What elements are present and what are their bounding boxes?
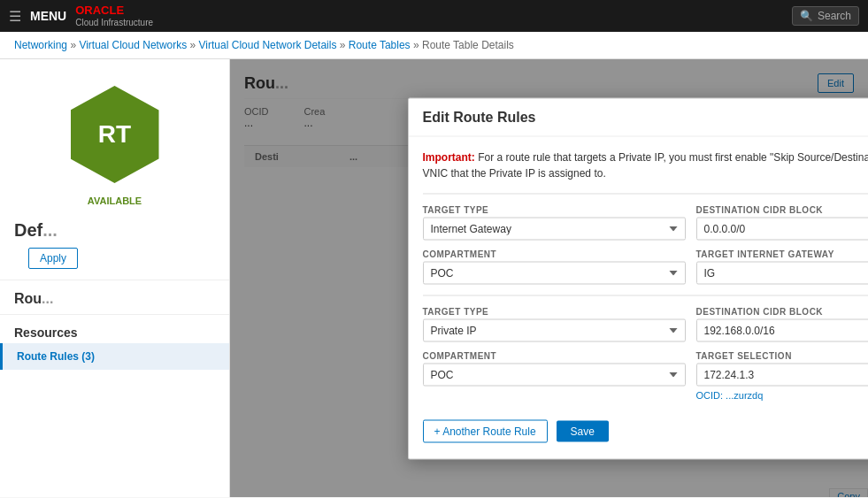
modal-title: Edit Route Rules [423, 109, 536, 125]
rule2-target-selection-label: TARGET SELECTION [696, 350, 869, 360]
route-rule-1: TARGET TYPE Internet Gateway Private IP … [423, 193, 869, 284]
breadcrumb-current: Route Table Details [422, 39, 514, 51]
modal-actions: + Another Route Rule Save [423, 410, 869, 446]
rule2-compartment-group: COMPARTMENT POC [423, 350, 686, 400]
hexagon-shape: RT [71, 86, 159, 183]
rule1-row2: COMPARTMENT POC TARGET INTERNET GATEWAY … [423, 249, 869, 284]
rule1-destination-group: DESTINATION CIDR BLOCK ✕ [696, 204, 869, 240]
breadcrumb-vcn[interactable]: Virtual Cloud Networks [79, 39, 187, 51]
rule2-row1: TARGET TYPE Internet Gateway Private IP … [423, 306, 869, 341]
rule2-destination-group: DESTINATION CIDR BLOCK ✕ [696, 306, 869, 341]
rule1-compartment-select[interactable]: POC [423, 261, 686, 284]
rule2-target-type-select[interactable]: Internet Gateway Private IP DRG LPG [423, 318, 686, 341]
apply-button[interactable]: Apply [28, 248, 78, 269]
rule2-ocid-text: OCID: ...zurzdq [696, 389, 869, 400]
breadcrumb-networking[interactable]: Networking [14, 39, 67, 51]
rule2-destination-input[interactable] [696, 318, 869, 341]
rule2-target-selection-group: TARGET SELECTION OCID: ...zurzdq [696, 350, 869, 400]
top-navbar: ☰ MENU ORACLE Cloud Infrastructure 🔍 Sea… [0, 0, 868, 32]
modal-header: Edit Route Rules help cancel [409, 98, 869, 136]
search-icon: 🔍 [800, 10, 813, 22]
rule1-compartment-group: COMPARTMENT POC [423, 249, 686, 284]
add-rule-button[interactable]: + Another Route Rule [423, 419, 548, 442]
resources-label: Resources [0, 318, 229, 343]
rule2-target-type-group: TARGET TYPE Internet Gateway Private IP … [423, 306, 686, 341]
hamburger-icon[interactable]: ☰ [9, 8, 21, 25]
rule2-destination-label: DESTINATION CIDR BLOCK [696, 306, 869, 316]
rule1-target-type-label: TARGET TYPE [423, 204, 686, 214]
rule1-row1: TARGET TYPE Internet Gateway Private IP … [423, 204, 869, 240]
oracle-logo: ORACLE Cloud Infrastructure [75, 4, 153, 28]
important-notice: Important: For a route rule that targets… [423, 149, 869, 180]
content-area: Rou... Edit OCID ... Crea ... Desti ... [230, 59, 868, 497]
route-table-section-title: Rou... [0, 284, 229, 310]
search-placeholder: Search [818, 10, 851, 22]
hexagon-initials: RT [98, 120, 131, 149]
rule2-target-type-label: TARGET TYPE [423, 306, 686, 316]
rule1-destination-input[interactable] [696, 217, 869, 240]
search-box[interactable]: 🔍 Search [792, 6, 859, 26]
rule1-gateway-label: TARGET INTERNET GATEWAY [696, 249, 869, 258]
available-badge: AVAILABLE [0, 192, 229, 215]
rule1-target-type-group: TARGET TYPE Internet Gateway Private IP … [423, 204, 686, 240]
hexagon-container: RT [0, 68, 229, 192]
sidebar-item-route-rules[interactable]: Route Rules (3) [0, 343, 229, 370]
rule2-compartment-select[interactable]: POC [423, 363, 686, 386]
breadcrumb: Networking » Virtual Cloud Networks » Vi… [0, 32, 868, 59]
edit-route-rules-modal: Edit Route Rules help cancel Important: … [408, 97, 869, 459]
modal-body: Important: For a route rule that targets… [409, 136, 869, 458]
breadcrumb-vcn-details[interactable]: Virtual Cloud Network Details [199, 39, 337, 51]
rule2-target-selection-input[interactable] [696, 363, 869, 386]
rule1-gateway-group: TARGET INTERNET GATEWAY IG [696, 249, 869, 284]
rule2-row2: COMPARTMENT POC TARGET SELECTION OCID: .… [423, 350, 869, 400]
sidebar: RT AVAILABLE Def... Apply Rou... Resourc… [0, 59, 230, 497]
breadcrumb-route-tables[interactable]: Route Tables [349, 39, 411, 51]
rule2-compartment-label: COMPARTMENT [423, 350, 686, 360]
main-content: RT AVAILABLE Def... Apply Rou... Resourc… [0, 59, 868, 497]
rule1-gateway-select[interactable]: IG [696, 261, 869, 284]
route-rule-2: TARGET TYPE Internet Gateway Private IP … [423, 295, 869, 400]
rule1-target-type-select[interactable]: Internet Gateway Private IP DRG LPG [423, 217, 686, 240]
rule1-compartment-label: COMPARTMENT [423, 249, 686, 258]
menu-label[interactable]: MENU [30, 9, 66, 23]
rule1-destination-label: DESTINATION CIDR BLOCK [696, 204, 869, 214]
resource-title: Def... [0, 215, 229, 244]
save-button[interactable]: Save [557, 420, 609, 441]
